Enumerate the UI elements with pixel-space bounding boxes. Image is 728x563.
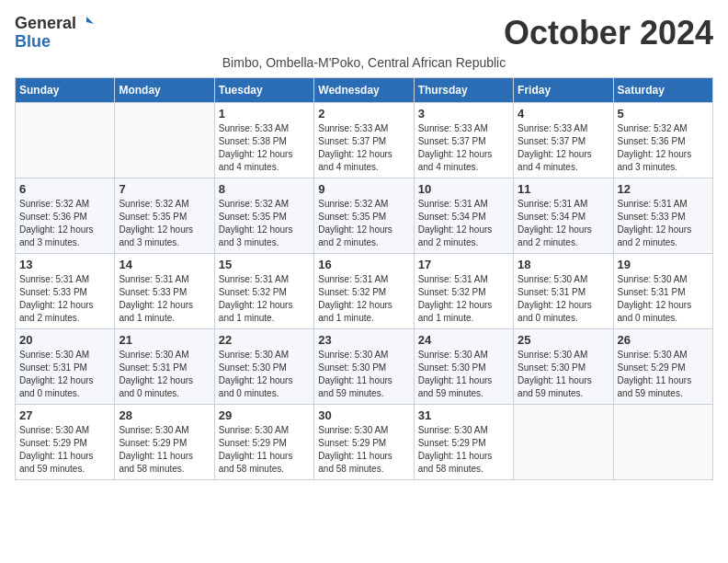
- day-number: 25: [518, 333, 609, 347]
- calendar-cell: 24Sunrise: 5:30 AM Sunset: 5:30 PM Dayli…: [414, 328, 513, 404]
- calendar-cell: 12Sunrise: 5:31 AM Sunset: 5:33 PM Dayli…: [613, 178, 712, 253]
- cell-content: Sunrise: 5:31 AM Sunset: 5:32 PM Dayligh…: [318, 273, 409, 325]
- day-number: 3: [418, 107, 509, 121]
- calendar-cell: 29Sunrise: 5:30 AM Sunset: 5:29 PM Dayli…: [214, 404, 313, 479]
- cell-content: Sunrise: 5:30 AM Sunset: 5:29 PM Dayligh…: [19, 424, 110, 476]
- cell-content: Sunrise: 5:30 AM Sunset: 5:30 PM Dayligh…: [318, 349, 409, 400]
- calendar-cell: 7Sunrise: 5:32 AM Sunset: 5:35 PM Daylig…: [115, 178, 214, 253]
- calendar-cell: 4Sunrise: 5:33 AM Sunset: 5:37 PM Daylig…: [514, 102, 613, 178]
- calendar-cell: 22Sunrise: 5:30 AM Sunset: 5:30 PM Dayli…: [214, 328, 313, 404]
- cell-content: Sunrise: 5:33 AM Sunset: 5:37 PM Dayligh…: [418, 122, 509, 174]
- page-header: General Blue October 2024: [15, 15, 713, 52]
- calendar-cell: 17Sunrise: 5:31 AM Sunset: 5:32 PM Dayli…: [414, 253, 513, 328]
- logo-general: General: [15, 15, 76, 33]
- calendar-cell: 20Sunrise: 5:30 AM Sunset: 5:31 PM Dayli…: [16, 328, 115, 404]
- day-number: 20: [19, 333, 110, 347]
- day-number: 24: [418, 333, 509, 347]
- week-row-1: 6Sunrise: 5:32 AM Sunset: 5:36 PM Daylig…: [16, 178, 713, 253]
- cell-content: Sunrise: 5:31 AM Sunset: 5:34 PM Dayligh…: [418, 198, 509, 249]
- day-number: 14: [119, 258, 210, 271]
- calendar-cell: 23Sunrise: 5:30 AM Sunset: 5:30 PM Dayli…: [314, 328, 414, 404]
- calendar-cell: [115, 102, 214, 178]
- day-number: 11: [518, 182, 609, 196]
- cell-content: Sunrise: 5:30 AM Sunset: 5:31 PM Dayligh…: [618, 273, 709, 325]
- cell-content: Sunrise: 5:31 AM Sunset: 5:32 PM Dayligh…: [219, 273, 310, 325]
- cell-content: Sunrise: 5:31 AM Sunset: 5:33 PM Dayligh…: [119, 273, 210, 325]
- cell-content: Sunrise: 5:33 AM Sunset: 5:37 PM Dayligh…: [318, 122, 409, 174]
- cell-content: Sunrise: 5:30 AM Sunset: 5:30 PM Dayligh…: [418, 349, 509, 400]
- cell-content: Sunrise: 5:30 AM Sunset: 5:29 PM Dayligh…: [119, 424, 210, 476]
- cell-content: Sunrise: 5:30 AM Sunset: 5:29 PM Dayligh…: [219, 424, 310, 476]
- cell-content: Sunrise: 5:30 AM Sunset: 5:30 PM Dayligh…: [219, 349, 310, 400]
- day-header-monday: Monday: [115, 77, 214, 102]
- day-number: 6: [19, 182, 110, 196]
- header-row: SundayMondayTuesdayWednesdayThursdayFrid…: [16, 77, 713, 102]
- calendar-cell: 8Sunrise: 5:32 AM Sunset: 5:35 PM Daylig…: [214, 178, 313, 253]
- day-number: 4: [518, 107, 609, 121]
- calendar-cell: 1Sunrise: 5:33 AM Sunset: 5:38 PM Daylig…: [214, 102, 313, 178]
- calendar-cell: 10Sunrise: 5:31 AM Sunset: 5:34 PM Dayli…: [414, 178, 513, 253]
- day-number: 10: [418, 182, 509, 196]
- day-number: 16: [318, 258, 409, 271]
- cell-content: Sunrise: 5:32 AM Sunset: 5:35 PM Dayligh…: [219, 198, 310, 249]
- cell-content: Sunrise: 5:33 AM Sunset: 5:37 PM Dayligh…: [518, 122, 609, 174]
- day-header-friday: Friday: [514, 77, 613, 102]
- day-number: 31: [418, 408, 509, 422]
- calendar-cell: 2Sunrise: 5:33 AM Sunset: 5:37 PM Daylig…: [314, 102, 414, 178]
- calendar-cell: 3Sunrise: 5:33 AM Sunset: 5:37 PM Daylig…: [414, 102, 513, 178]
- day-number: 30: [318, 408, 409, 422]
- calendar-cell: 11Sunrise: 5:31 AM Sunset: 5:34 PM Dayli…: [514, 178, 613, 253]
- calendar-cell: [514, 404, 613, 479]
- calendar-cell: 15Sunrise: 5:31 AM Sunset: 5:32 PM Dayli…: [214, 253, 313, 328]
- day-header-sunday: Sunday: [16, 77, 115, 102]
- day-header-wednesday: Wednesday: [314, 77, 414, 102]
- calendar-header: SundayMondayTuesdayWednesdayThursdayFrid…: [16, 77, 713, 102]
- calendar-cell: 19Sunrise: 5:30 AM Sunset: 5:31 PM Dayli…: [613, 253, 712, 328]
- day-number: 29: [219, 408, 310, 422]
- calendar-cell: 25Sunrise: 5:30 AM Sunset: 5:30 PM Dayli…: [514, 328, 613, 404]
- title-block: October 2024: [504, 15, 713, 52]
- week-row-0: 1Sunrise: 5:33 AM Sunset: 5:38 PM Daylig…: [16, 102, 713, 178]
- logo-bird-icon: [77, 15, 94, 31]
- day-number: 5: [618, 107, 709, 121]
- week-row-2: 13Sunrise: 5:31 AM Sunset: 5:33 PM Dayli…: [16, 253, 713, 328]
- day-number: 13: [19, 258, 110, 271]
- calendar-cell: 6Sunrise: 5:32 AM Sunset: 5:36 PM Daylig…: [16, 178, 115, 253]
- month-title: October 2024: [504, 15, 713, 52]
- day-number: 27: [19, 408, 110, 422]
- cell-content: Sunrise: 5:30 AM Sunset: 5:31 PM Dayligh…: [19, 349, 110, 400]
- cell-content: Sunrise: 5:31 AM Sunset: 5:34 PM Dayligh…: [518, 198, 609, 249]
- calendar-cell: 30Sunrise: 5:30 AM Sunset: 5:29 PM Dayli…: [314, 404, 414, 479]
- calendar-table: SundayMondayTuesdayWednesdayThursdayFrid…: [15, 77, 713, 480]
- day-number: 8: [219, 182, 310, 196]
- calendar-cell: 18Sunrise: 5:30 AM Sunset: 5:31 PM Dayli…: [514, 253, 613, 328]
- cell-content: Sunrise: 5:32 AM Sunset: 5:35 PM Dayligh…: [318, 198, 409, 249]
- calendar-cell: 9Sunrise: 5:32 AM Sunset: 5:35 PM Daylig…: [314, 178, 414, 253]
- calendar-cell: 31Sunrise: 5:30 AM Sunset: 5:29 PM Dayli…: [414, 404, 513, 479]
- cell-content: Sunrise: 5:31 AM Sunset: 5:33 PM Dayligh…: [19, 273, 110, 325]
- logo: General Blue: [15, 15, 94, 52]
- day-number: 15: [219, 258, 310, 271]
- day-number: 12: [618, 182, 709, 196]
- cell-content: Sunrise: 5:33 AM Sunset: 5:38 PM Dayligh…: [219, 122, 310, 174]
- cell-content: Sunrise: 5:30 AM Sunset: 5:31 PM Dayligh…: [119, 349, 210, 400]
- week-row-4: 27Sunrise: 5:30 AM Sunset: 5:29 PM Dayli…: [16, 404, 713, 479]
- calendar-cell: 26Sunrise: 5:30 AM Sunset: 5:29 PM Dayli…: [613, 328, 712, 404]
- calendar-body: 1Sunrise: 5:33 AM Sunset: 5:38 PM Daylig…: [16, 102, 713, 479]
- day-number: 23: [318, 333, 409, 347]
- calendar-cell: [613, 404, 712, 479]
- cell-content: Sunrise: 5:30 AM Sunset: 5:31 PM Dayligh…: [518, 273, 609, 325]
- page-subtitle: Bimbo, Ombella-M'Poko, Central African R…: [15, 55, 713, 70]
- calendar-cell: [16, 102, 115, 178]
- logo-blue: Blue: [15, 33, 51, 52]
- cell-content: Sunrise: 5:30 AM Sunset: 5:29 PM Dayligh…: [418, 424, 509, 476]
- svg-marker-0: [86, 17, 94, 24]
- day-number: 18: [518, 258, 609, 271]
- day-number: 2: [318, 107, 409, 121]
- day-number: 22: [219, 333, 310, 347]
- day-number: 17: [418, 258, 509, 271]
- cell-content: Sunrise: 5:32 AM Sunset: 5:35 PM Dayligh…: [119, 198, 210, 249]
- cell-content: Sunrise: 5:31 AM Sunset: 5:33 PM Dayligh…: [618, 198, 709, 249]
- cell-content: Sunrise: 5:30 AM Sunset: 5:30 PM Dayligh…: [518, 349, 609, 400]
- cell-content: Sunrise: 5:30 AM Sunset: 5:29 PM Dayligh…: [618, 349, 709, 400]
